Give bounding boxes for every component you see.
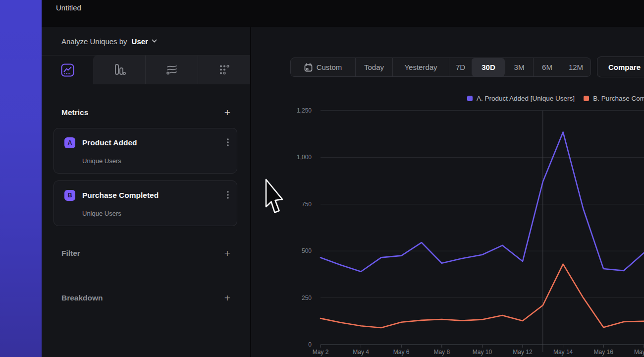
- tab-bar-chart[interactable]: [93, 56, 145, 84]
- left-gradient-strip: [0, 0, 42, 357]
- chart-type-tabs: [42, 56, 250, 84]
- x-tick-label: May 8: [433, 349, 450, 356]
- metrics-section-header: Metrics +: [42, 105, 250, 120]
- x-tick-label: May 10: [473, 349, 492, 356]
- y-tick-label: 250: [302, 295, 312, 301]
- x-tick-label: May 2: [313, 349, 329, 356]
- x-tick-label: May 16: [594, 349, 614, 356]
- filter-section-header: Filter +: [42, 245, 250, 261]
- metric-measure[interactable]: Unique Users: [82, 157, 121, 165]
- chevron-down-icon: [152, 39, 157, 43]
- kebab-icon: [227, 138, 229, 146]
- analyze-by-value: User: [132, 37, 148, 46]
- metric-badge-b: B: [64, 190, 75, 201]
- analyze-header: Analyze Uniques by User: [42, 27, 250, 56]
- report-title[interactable]: Untitled: [56, 3, 81, 12]
- y-tick-label: 1,250: [297, 107, 312, 114]
- add-filter-button[interactable]: +: [224, 248, 230, 258]
- x-tick-label: May 6: [393, 349, 410, 356]
- dots-grid-icon: [218, 64, 230, 76]
- filter-heading: Filter: [61, 249, 80, 258]
- x-tick-label: May 12: [513, 349, 533, 356]
- bar-chart-icon: [112, 63, 126, 76]
- add-metric-button[interactable]: +: [224, 108, 230, 118]
- y-tick-label: 1,000: [297, 154, 312, 161]
- series-line-b: [321, 264, 644, 328]
- y-tick-label: 750: [302, 201, 312, 208]
- flow-icon: [165, 64, 178, 76]
- breakdown-section-header: Breakdown +: [42, 290, 250, 306]
- query-sidebar: Analyze Uniques by User: [42, 27, 250, 357]
- app-screen: Untitled Analyze Uniques by User: [0, 0, 644, 357]
- analyze-by-select[interactable]: User: [132, 37, 157, 46]
- metric-menu-button[interactable]: [227, 138, 229, 148]
- chart-type-tab-strip: [93, 56, 250, 84]
- metric-measure[interactable]: Unique Users: [82, 210, 121, 217]
- top-bar: Untitled: [42, 0, 644, 27]
- metric-card-purchase-completed[interactable]: B Purchase Completed Unique Users: [54, 180, 237, 226]
- tab-flow[interactable]: [145, 56, 198, 84]
- tab-line-chart[interactable]: [42, 56, 93, 84]
- metric-menu-button[interactable]: [227, 191, 229, 201]
- x-tick-label: May 18: [634, 349, 644, 356]
- series-line-a: [321, 132, 644, 271]
- uniques-line-chart[interactable]: 02505007501,0001,250May 2May 4May 6May 8…: [251, 27, 644, 357]
- tab-dots-grid[interactable]: [198, 56, 250, 84]
- metrics-heading: Metrics: [61, 108, 88, 117]
- metric-name: Product Added: [82, 138, 137, 147]
- cursor-pointer: [265, 178, 283, 215]
- x-tick-label: May 14: [553, 349, 573, 356]
- kebab-icon: [227, 191, 229, 199]
- metric-card-product-added[interactable]: A Product Added Unique Users: [54, 128, 237, 174]
- breakdown-heading: Breakdown: [61, 294, 103, 302]
- line-chart-icon: [61, 63, 74, 77]
- x-tick-label: May 4: [353, 349, 369, 356]
- metric-name: Purchase Completed: [82, 191, 159, 200]
- metric-badge-a: A: [64, 137, 75, 148]
- y-tick-label: 0: [308, 341, 312, 348]
- y-tick-label: 500: [302, 247, 312, 254]
- analyze-label: Analyze Uniques by: [61, 37, 127, 46]
- add-breakdown-button[interactable]: +: [224, 293, 230, 303]
- chart-panel: Custom Today Yesterday 7D 30D 3M 6M 12M …: [250, 27, 644, 357]
